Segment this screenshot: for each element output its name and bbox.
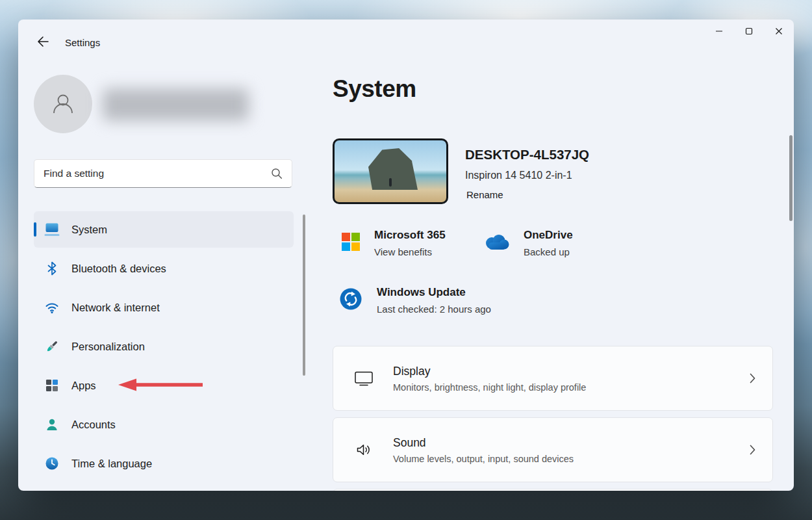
- close-button[interactable]: [764, 20, 794, 43]
- display-icon: [353, 370, 375, 387]
- time-language-icon: [44, 456, 60, 471]
- bluetooth-icon: [44, 261, 60, 276]
- card-partial: [333, 489, 773, 491]
- card-sound[interactable]: Sound Volume levels, output, input, soun…: [333, 417, 773, 482]
- sidebar-item-label: Time & language: [71, 458, 152, 470]
- tile-subtitle: Backed up: [524, 246, 573, 257]
- search-input[interactable]: [44, 168, 266, 179]
- sidebar-item-label: Network & internet: [71, 302, 160, 314]
- search-box[interactable]: [34, 159, 292, 188]
- page-title: System: [333, 75, 416, 103]
- back-button[interactable]: [31, 31, 55, 52]
- device-name: DESKTOP-4L537JQ: [465, 147, 589, 162]
- card-display[interactable]: Display Monitors, brightness, night ligh…: [333, 346, 773, 411]
- caption-buttons: [704, 20, 794, 43]
- sidebar-item-personalization[interactable]: Personalization: [34, 328, 294, 365]
- sidebar-item-label: Accounts: [71, 419, 116, 431]
- sidebar-item-bluetooth-devices[interactable]: Bluetooth & devices: [34, 250, 294, 287]
- sidebar-scrollbar[interactable]: [303, 214, 305, 376]
- settings-window: Settings: [18, 20, 794, 491]
- thumbnail-figure: [389, 178, 392, 187]
- tile-windows-update[interactable]: Windows Update Last checked: 2 hours ago: [339, 280, 491, 321]
- device-model: Inspiron 14 5410 2-in-1: [465, 170, 572, 181]
- personalization-icon: [44, 339, 60, 354]
- sidebar-nav: System Bluetooth & devices Network & int…: [34, 211, 294, 482]
- tile-title: Windows Update: [377, 286, 491, 299]
- sidebar-item-network-internet[interactable]: Network & internet: [34, 289, 294, 326]
- sidebar-item-system[interactable]: System: [34, 211, 294, 248]
- tile-title: Microsoft 365: [374, 229, 446, 242]
- device-thumbnail: [333, 138, 448, 204]
- windows-update-icon: [339, 287, 362, 313]
- avatar[interactable]: [34, 75, 92, 133]
- chevron-right-icon: [750, 445, 755, 455]
- sidebar-item-label: Apps: [71, 380, 96, 392]
- sidebar-item-accounts[interactable]: Accounts: [34, 406, 294, 443]
- person-icon: [49, 90, 77, 118]
- microsoft-365-icon: [342, 233, 360, 254]
- chevron-right-icon: [750, 373, 755, 384]
- tile-onedrive[interactable]: OneDrive Backed up: [483, 222, 573, 264]
- card-title: Display: [393, 365, 586, 378]
- sidebar-item-time-language[interactable]: Time & language: [34, 445, 294, 482]
- card-subtitle: Volume levels, output, input, sound devi…: [393, 454, 574, 464]
- tile-microsoft-365[interactable]: Microsoft 365 View benefits: [342, 222, 446, 264]
- network-icon: [44, 300, 60, 315]
- thumbnail-rock: [368, 148, 418, 190]
- sidebar-item-label: Personalization: [71, 341, 145, 353]
- card-title: Sound: [393, 436, 574, 450]
- accounts-icon: [44, 417, 60, 432]
- system-icon: [44, 222, 60, 237]
- minimize-button[interactable]: [704, 20, 734, 43]
- sidebar-item-label: Bluetooth & devices: [71, 263, 166, 275]
- tile-subtitle: Last checked: 2 hours ago: [377, 304, 491, 315]
- user-name-redacted: [103, 88, 249, 121]
- onedrive-icon: [483, 233, 509, 253]
- main-scrollbar[interactable]: [789, 135, 793, 221]
- tile-subtitle: View benefits: [374, 246, 446, 257]
- maximize-button[interactable]: [734, 20, 764, 43]
- sidebar-item-label: System: [71, 224, 107, 236]
- annotation-arrow-icon: [117, 377, 205, 393]
- app-title: Settings: [65, 37, 100, 48]
- apps-icon: [44, 378, 60, 393]
- card-subtitle: Monitors, brightness, night light, displ…: [393, 382, 586, 393]
- rename-button[interactable]: Rename: [466, 189, 503, 200]
- sound-icon: [353, 441, 375, 458]
- tile-title: OneDrive: [524, 229, 573, 242]
- search-icon: [271, 168, 283, 179]
